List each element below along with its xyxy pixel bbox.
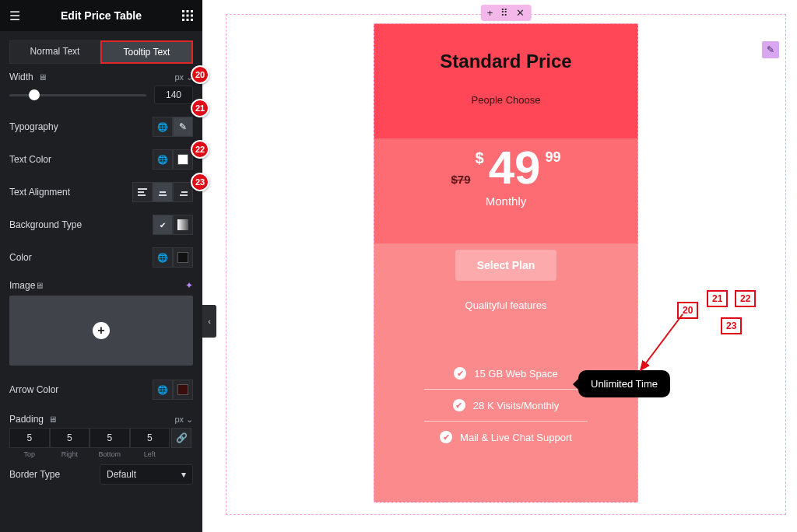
image-dropzone[interactable]: + [9,296,193,366]
tab-normal-text[interactable]: Normal Text [9,40,100,64]
close-icon[interactable]: ✕ [516,7,525,19]
svg-rect-5 [191,15,193,17]
old-price: $79 [451,173,471,186]
padding-left-input[interactable] [130,428,170,448]
panel-header: ☰ Edit Price Table [0,0,202,31]
text-color-label: Text Color [9,154,51,165]
check-icon: ✔ [454,367,466,380]
chevron-down-icon: ▾ [181,469,186,480]
check-icon: ✔ [440,431,452,443]
color-globe-button[interactable] [153,247,173,268]
color-picker[interactable] [173,247,193,268]
price-card: Standard Price People Choose $79 $ 49 99… [374,23,638,502]
feature-list: ✔15 GB Web Space ✔28 K Visits/Monthly ✔M… [424,358,588,453]
editor-panel: ☰ Edit Price Table Normal Text Tooltip T… [0,0,202,532]
padding-bottom-input[interactable] [90,428,130,448]
apps-icon[interactable] [181,9,195,23]
color-label: Color [9,252,32,263]
border-type-select[interactable]: Default▾ [100,464,193,485]
bg-type-label: Background Type [9,219,82,230]
annotation-box-20: 20 [677,302,698,319]
tab-tooltip-text[interactable]: Tooltip Text [100,40,193,64]
selection-toolbar: + ⠿ ✕ [481,5,532,21]
typography-globe-button[interactable] [153,117,173,137]
card-subtitle: People Choose [374,94,637,106]
padding-link-button[interactable]: 🔗 [171,428,191,448]
price-period: Monthly [374,194,637,208]
arrow-color-globe-button[interactable] [153,380,173,400]
width-slider[interactable] [9,87,146,103]
feature-item: ✔Mail & Live Chat Support [424,421,588,453]
quality-text: Qualityful features [374,299,637,311]
annotation-bubble-22: 22 [191,140,209,159]
text-color-globe-button[interactable] [153,149,173,170]
padding-unit[interactable]: px⌄ [174,415,193,425]
align-center-button[interactable] [153,182,173,202]
annotation-bubble-21: 21 [191,99,209,117]
image-label: Image [9,280,35,291]
width-slider-row [0,86,202,110]
width-input[interactable] [154,86,193,104]
text-tabs: Normal Text Tooltip Text [9,40,193,64]
color-row: Color [0,241,202,274]
arrow-color-picker[interactable] [173,380,193,400]
padding-label: Padding [9,414,44,425]
annotation-box-21: 21 [707,290,728,307]
currency-sign: $ [476,149,484,167]
text-align-label: Text Alignment [9,187,70,198]
align-right-button[interactable] [173,182,193,202]
bg-type-row: Background Type [0,208,202,241]
align-left-button[interactable] [132,182,153,202]
typography-edit-button[interactable] [173,117,193,137]
check-icon: ✔ [453,399,465,411]
svg-rect-4 [187,15,189,17]
feature-item: ✔15 GB Web Space [424,358,588,389]
padding-top-input[interactable] [9,428,50,448]
padding-header: Padding🖥 px⌄ [0,406,202,428]
width-row: Width🖥 px⌄ [0,64,202,86]
bg-solid-button[interactable] [153,215,173,235]
plus-icon: + [93,322,110,339]
svg-rect-0 [182,10,184,12]
annotation-box-23: 23 [721,317,742,334]
padding-right-input[interactable] [50,428,90,448]
svg-rect-1 [187,10,189,12]
price-wrap: $79 $ 49 99 [374,145,637,191]
svg-rect-6 [182,19,184,21]
border-type-label: Border Type [9,469,60,480]
annotation-box-22: 22 [735,290,756,307]
feature-item: ✔28 K Visits/Monthly [424,389,588,421]
svg-rect-2 [191,10,193,12]
edit-widget-icon[interactable]: ✎ [762,41,779,58]
svg-rect-3 [182,15,184,17]
width-label: Width [9,72,33,82]
drag-icon[interactable]: ⠿ [500,7,508,19]
border-type-row: Border Type Default▾ [0,458,202,491]
padding-grid: Top Right Bottom Left 🔗 [0,428,202,458]
desktop-icon[interactable]: 🖥 [48,415,57,424]
typography-label: Typography [9,121,58,132]
svg-rect-8 [191,19,193,21]
card-title: Standard Price [374,51,637,72]
arrow-color-row: Arrow Color [0,373,202,406]
preview-canvas: + ⠿ ✕ ✎ Standard Price People Choose $79… [226,14,786,515]
price-cents: 99 [545,149,560,166]
typography-row: Typography [0,110,202,143]
image-row: Image🖥 ✦ [0,274,202,294]
select-plan-button[interactable]: Select Plan [455,250,556,281]
arrow-color-label: Arrow Color [9,384,58,395]
ai-icon[interactable]: ✦ [185,280,193,291]
menu-icon[interactable]: ☰ [8,9,22,23]
desktop-icon[interactable]: 🖥 [38,72,47,82]
text-color-row: Text Color [0,143,202,176]
annotation-bubble-23: 23 [191,173,209,191]
bg-gradient-button[interactable] [173,215,193,235]
svg-rect-7 [187,19,189,21]
feature-tooltip: Unlimited Time [578,370,670,397]
text-color-picker[interactable] [173,149,193,170]
panel-collapse-handle[interactable]: ‹ [202,305,216,338]
desktop-icon[interactable]: 🖥 [35,281,44,290]
add-icon[interactable]: + [487,7,493,19]
annotation-bubble-20: 20 [191,65,209,84]
price-value: 49 [489,145,541,191]
